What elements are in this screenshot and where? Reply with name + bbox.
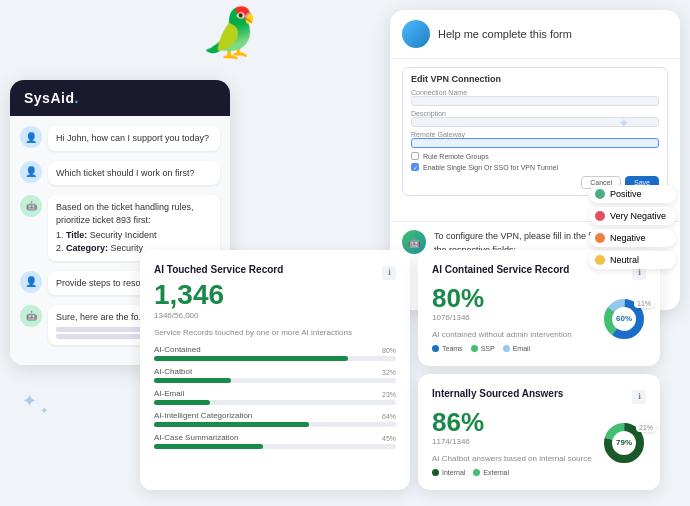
chat-bubble: Which ticket should I work on first? <box>48 161 220 186</box>
bar-row-summarization: AI-Case Summarization 45% <box>154 433 396 449</box>
internally-card-title: Internally Sourced Answers <box>432 388 563 399</box>
bar-fill <box>154 422 309 427</box>
form-panel-title: Help me complete this form <box>438 28 572 40</box>
analytics-area: AI Touched Service Record ℹ 1,346 1346/5… <box>140 250 660 490</box>
bot-avatar: 🤖 <box>20 195 42 217</box>
contained-desc: AI contained without admin intervention <box>432 330 572 339</box>
internally-donut-chart: 79% 21% <box>602 421 646 465</box>
neutral-label: Neutral <box>610 255 639 265</box>
svg-text:60%: 60% <box>616 314 632 323</box>
form-checkboxes: Rule Remote Groups ✓ Enable Single Sign … <box>411 152 659 171</box>
sparkle-decoration-2: ✦ <box>40 405 48 416</box>
teams-dot <box>432 345 439 352</box>
legend-email: Email <box>503 345 531 352</box>
sysaid-logo: SysAid <box>24 90 74 106</box>
contained-card-title: AI Contained Service Record <box>432 264 569 275</box>
vpn-form: Edit VPN Connection Connection Name Desc… <box>402 67 668 196</box>
negative-label: Negative <box>610 233 646 243</box>
avatar: 👤 <box>20 126 42 148</box>
internally-desc: AI Chatbot answers based on internal sou… <box>432 454 592 463</box>
legend-external: External <box>473 469 509 476</box>
internally-card-row: 86% 1174/1346 AI Chatbot answers based o… <box>432 409 646 476</box>
touched-service-record-card: AI Touched Service Record ℹ 1,346 1346/5… <box>140 250 410 490</box>
bar-fill <box>154 444 263 449</box>
sso-checkbox[interactable]: ✓ <box>411 163 419 171</box>
form-inner-title: Edit VPN Connection <box>411 74 659 84</box>
form-field-remote-gateway: Remote Gateway <box>411 131 659 148</box>
internally-pct: 86% <box>432 409 592 435</box>
logo-dot: . <box>74 90 78 106</box>
very-negative-label: Very Negative <box>610 211 666 221</box>
external-dot <box>473 469 480 476</box>
contained-donut-chart: 60% 11% <box>602 297 646 341</box>
sentiment-panel: Positive Very Negative Negative Neutral <box>589 185 676 269</box>
sparkle-decoration-1: ✦ <box>22 390 37 412</box>
internally-legend: Internal External <box>432 469 592 476</box>
bar-row-contained: AI-Contained 80% <box>154 345 396 361</box>
legend-teams: Teams <box>432 345 463 352</box>
touched-sub: 1346/56,000 <box>154 311 396 320</box>
touched-info-icon[interactable]: ℹ <box>382 266 396 280</box>
form-panel-header: Help me complete this form <box>390 10 680 59</box>
bar-track: 23% <box>154 400 396 405</box>
internally-info-icon[interactable]: ℹ <box>632 390 646 404</box>
email-dot <box>503 345 510 352</box>
remote-gateway-input[interactable] <box>411 138 659 148</box>
user-avatar <box>402 20 430 48</box>
internally-sourced-card: Internally Sourced Answers ℹ 86% 1174/13… <box>418 374 660 490</box>
internal-dot <box>432 469 439 476</box>
checkbox-row-sso: ✓ Enable Single Sign Or SSO for VPN Tunn… <box>411 163 659 171</box>
form-field-connection-name: Connection Name <box>411 89 659 106</box>
chat-message: 👤 Hi John, how can I support you today? <box>20 126 220 151</box>
chat-bubble: Hi John, how can I support you today? <box>48 126 220 151</box>
sparkle-decoration-top: ✦ <box>618 115 630 131</box>
positive-label: Positive <box>610 189 642 199</box>
bar-fill <box>154 356 348 361</box>
avatar: 👤 <box>20 271 42 293</box>
sentiment-positive: Positive <box>589 185 676 203</box>
sentiment-negative: Negative <box>589 229 676 247</box>
internally-outer-label: 21% <box>636 423 656 432</box>
sentiment-very-negative: Very Negative <box>589 207 676 225</box>
ssp-dot <box>471 345 478 352</box>
chat-message: 👤 Which ticket should I work on first? <box>20 161 220 186</box>
neutral-dot <box>595 255 605 265</box>
connection-name-input[interactable] <box>411 96 659 106</box>
contained-legend: Teams SSP Email <box>432 345 572 352</box>
chat-header: SysAid. <box>10 80 230 116</box>
donut-outer-label: 11% <box>634 299 654 308</box>
bar-track: 45% <box>154 444 396 449</box>
contained-card-row: 80% 1076/1346 AI contained without admin… <box>432 285 646 352</box>
bar-row-categorization: AI-Intelligent Categorization 64% <box>154 411 396 427</box>
bot-avatar: 🤖 <box>20 305 42 327</box>
avatar: 👤 <box>20 161 42 183</box>
bar-fill <box>154 378 231 383</box>
touched-desc: Service Records touched by one or more A… <box>154 328 396 337</box>
legend-ssp: SSP <box>471 345 495 352</box>
checkbox-row: Rule Remote Groups <box>411 152 659 160</box>
very-negative-dot <box>595 211 605 221</box>
right-column: AI Contained Service Record ℹ 80% 1076/1… <box>418 250 660 490</box>
positive-dot <box>595 189 605 199</box>
bird-decoration: 🦜 <box>200 5 260 61</box>
svg-text:79%: 79% <box>616 438 632 447</box>
bar-row-email: AI-Email 23% <box>154 389 396 405</box>
negative-dot <box>595 233 605 243</box>
bar-track: 64% <box>154 422 396 427</box>
bar-track: 80% <box>154 356 396 361</box>
internally-sub: 1174/1346 <box>432 437 592 446</box>
legend-internal: Internal <box>432 469 465 476</box>
bar-track: 32% <box>154 378 396 383</box>
contained-sub: 1076/1346 <box>432 313 572 322</box>
contained-pct: 80% <box>432 285 572 311</box>
touched-big-num: 1,346 <box>154 281 396 309</box>
touched-card-title: AI Touched Service Record <box>154 264 283 275</box>
bar-fill <box>154 400 210 405</box>
bar-row-chatbot: AI-Chatbot 32% <box>154 367 396 383</box>
rule-remote-checkbox[interactable] <box>411 152 419 160</box>
sentiment-neutral: Neutral <box>589 251 676 269</box>
